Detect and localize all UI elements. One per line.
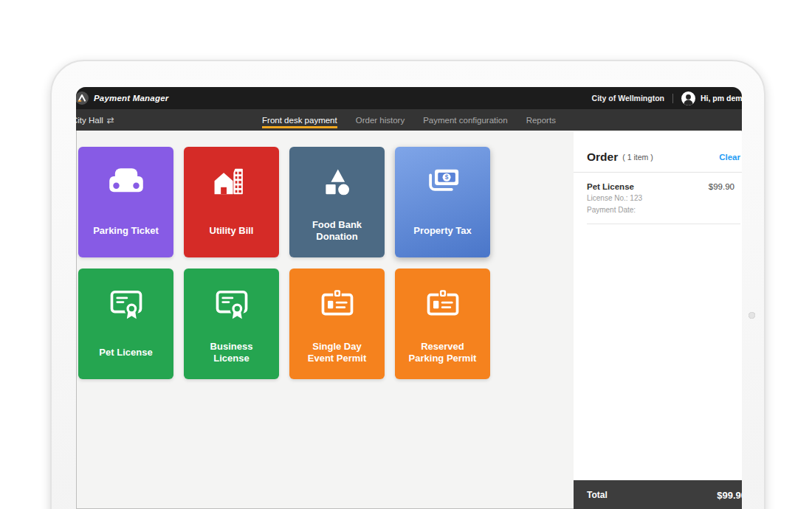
app-bar-right: City of Wellmington Hi, pm demo <box>592 91 742 105</box>
payment-tile-grid: Parking Ticket Utili <box>78 147 490 379</box>
total-value: $99.90 <box>717 490 742 501</box>
app-title: Payment Manager <box>94 94 168 103</box>
certificate-icon <box>184 286 279 322</box>
svg-text:$: $ <box>444 173 448 181</box>
tile-label: Pet License <box>83 339 169 366</box>
certificate-icon <box>78 286 173 322</box>
order-title: Order <box>587 150 618 164</box>
tile-label: Business License <box>188 339 275 366</box>
nav-bar: City Hall ⇄ Front desk payment Order his… <box>76 109 742 131</box>
house-building-icon <box>184 165 279 198</box>
order-item-pet-license: Pet License $99.90 License No.: 123 Paym… <box>587 173 740 224</box>
order-item-price: $99.90 <box>709 182 734 191</box>
tile-label: Property Tax <box>399 218 486 244</box>
user-greeting[interactable]: Hi, pm demo <box>701 94 742 103</box>
tablet-screen: Payment Manager City of Wellmington Hi, … <box>76 87 742 509</box>
tab-payment-configuration[interactable]: Payment configuration <box>423 111 507 128</box>
clear-order-button[interactable]: Clear <box>719 153 740 162</box>
header-divider <box>672 94 673 103</box>
tile-pet-license[interactable]: Pet License <box>78 269 173 379</box>
user-avatar-icon[interactable] <box>681 91 695 105</box>
tile-label: Single Day Event Permit <box>294 339 380 366</box>
tile-food-bank-donation[interactable]: Food Bank Donation <box>289 147 385 257</box>
order-item-license-no: License No.: 123 <box>587 194 740 203</box>
order-item-count: ( 1 item ) <box>622 153 653 162</box>
tab-front-desk-payment[interactable]: Front desk payment <box>262 111 337 128</box>
tile-business-license[interactable]: Business License <box>184 269 279 379</box>
payment-manager-app: Payment Manager City of Wellmington Hi, … <box>76 87 742 509</box>
tile-label: Utility Bill <box>188 218 275 244</box>
location-label: City Hall <box>76 116 103 125</box>
order-item-name: Pet License <box>587 182 634 191</box>
total-label: Total <box>587 490 608 500</box>
tile-label: Reserved Parking Permit <box>399 339 486 366</box>
tile-utility-bill[interactable]: Utility Bill <box>184 147 279 257</box>
order-total-bar: Total $99.90 <box>574 480 742 509</box>
id-badge-icon <box>395 286 490 320</box>
order-panel-header: Order ( 1 item ) Clear <box>574 131 742 173</box>
tab-reports[interactable]: Reports <box>526 111 556 128</box>
organization-name: City of Wellmington <box>592 94 664 103</box>
tile-reserved-parking-permit[interactable]: Reserved Parking Permit <box>395 269 490 379</box>
cash-icon: $ <box>395 165 490 197</box>
tile-parking-ticket[interactable]: Parking Ticket <box>78 147 173 257</box>
front-camera <box>749 312 755 319</box>
tile-property-tax[interactable]: $ Property Tax <box>395 147 490 257</box>
order-item-payment-date: Payment Date: <box>587 206 740 215</box>
tile-label: Parking Ticket <box>83 218 169 244</box>
nav-tabs: Front desk payment Order history Payment… <box>262 111 556 128</box>
car-icon <box>78 165 173 197</box>
swap-location-icon: ⇄ <box>107 116 114 125</box>
payment-manager-logo-icon <box>76 91 89 105</box>
shapes-icon <box>289 165 385 198</box>
app-bar: Payment Manager City of Wellmington Hi, … <box>76 87 742 109</box>
tile-label: Food Bank Donation <box>294 218 380 244</box>
location-switcher[interactable]: City Hall ⇄ <box>76 109 114 131</box>
id-badge-icon <box>289 286 385 320</box>
tab-order-history[interactable]: Order history <box>356 111 405 128</box>
tile-single-day-event-permit[interactable]: Single Day Event Permit <box>289 269 385 379</box>
order-panel: Order ( 1 item ) Clear Pet License $99.9… <box>574 131 742 509</box>
order-item-row: Pet License $99.90 <box>587 182 740 191</box>
